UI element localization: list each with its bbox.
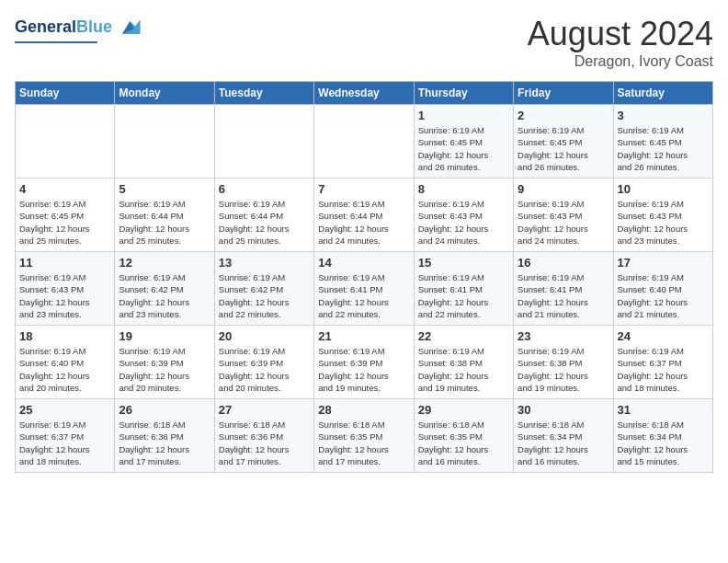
day-info-text: Sunrise: 6:19 AM Sunset: 6:37 PM Dayligh… xyxy=(19,419,110,467)
day-header-saturday: Saturday xyxy=(613,82,712,105)
day-cell: 20Sunrise: 6:19 AM Sunset: 6:39 PM Dayli… xyxy=(214,326,313,399)
day-number: 19 xyxy=(119,329,210,343)
day-info-text: Sunrise: 6:19 AM Sunset: 6:42 PM Dayligh… xyxy=(119,271,210,320)
day-cell: 27Sunrise: 6:18 AM Sunset: 6:36 PM Dayli… xyxy=(214,399,313,473)
day-header-wednesday: Wednesday xyxy=(314,82,414,105)
day-cell: 29Sunrise: 6:18 AM Sunset: 6:35 PM Dayli… xyxy=(414,399,513,473)
month-year-title: August 2024 xyxy=(528,15,713,53)
day-cell: 10Sunrise: 6:19 AM Sunset: 6:43 PM Dayli… xyxy=(613,178,712,252)
day-cell: 19Sunrise: 6:19 AM Sunset: 6:39 PM Dayli… xyxy=(115,326,214,399)
day-number: 3 xyxy=(618,109,709,122)
day-info-text: Sunrise: 6:19 AM Sunset: 6:38 PM Dayligh… xyxy=(418,345,509,394)
day-number: 13 xyxy=(219,256,310,270)
day-number: 12 xyxy=(119,256,210,270)
day-number: 26 xyxy=(119,403,210,417)
day-number: 29 xyxy=(418,403,509,417)
day-info-text: Sunrise: 6:18 AM Sunset: 6:35 PM Dayligh… xyxy=(318,419,409,467)
day-cell: 22Sunrise: 6:19 AM Sunset: 6:38 PM Dayli… xyxy=(414,326,513,399)
day-number: 6 xyxy=(219,182,310,196)
day-number: 4 xyxy=(19,182,110,196)
day-number: 5 xyxy=(119,182,210,196)
day-number: 9 xyxy=(518,182,609,196)
day-cell: 7Sunrise: 6:19 AM Sunset: 6:44 PM Daylig… xyxy=(314,178,414,252)
day-number: 16 xyxy=(518,256,609,270)
day-cell xyxy=(314,105,414,178)
day-number: 20 xyxy=(219,329,310,343)
day-cell: 30Sunrise: 6:18 AM Sunset: 6:34 PM Dayli… xyxy=(514,399,613,473)
day-cell: 13Sunrise: 6:19 AM Sunset: 6:42 PM Dayli… xyxy=(214,252,313,326)
day-info-text: Sunrise: 6:19 AM Sunset: 6:39 PM Dayligh… xyxy=(219,345,310,394)
week-row-4: 18Sunrise: 6:19 AM Sunset: 6:40 PM Dayli… xyxy=(16,326,713,399)
week-row-3: 11Sunrise: 6:19 AM Sunset: 6:43 PM Dayli… xyxy=(16,252,713,326)
day-info-text: Sunrise: 6:19 AM Sunset: 6:45 PM Dayligh… xyxy=(618,124,709,173)
day-info-text: Sunrise: 6:19 AM Sunset: 6:41 PM Dayligh… xyxy=(318,271,409,320)
day-number: 27 xyxy=(219,403,310,417)
day-number: 8 xyxy=(418,182,509,196)
logo: GeneralBlue xyxy=(15,15,142,43)
day-cell: 21Sunrise: 6:19 AM Sunset: 6:39 PM Dayli… xyxy=(314,326,414,399)
logo-bird-icon xyxy=(116,15,142,40)
title-area: August 2024 Deragon, Ivory Coast xyxy=(528,15,713,70)
day-info-text: Sunrise: 6:19 AM Sunset: 6:37 PM Dayligh… xyxy=(618,345,709,394)
day-info-text: Sunrise: 6:19 AM Sunset: 6:43 PM Dayligh… xyxy=(19,271,110,320)
day-number: 25 xyxy=(19,403,110,417)
day-cell: 18Sunrise: 6:19 AM Sunset: 6:40 PM Dayli… xyxy=(16,326,115,399)
day-cell: 23Sunrise: 6:19 AM Sunset: 6:38 PM Dayli… xyxy=(514,326,613,399)
day-info-text: Sunrise: 6:19 AM Sunset: 6:39 PM Dayligh… xyxy=(119,345,210,394)
day-info-text: Sunrise: 6:19 AM Sunset: 6:42 PM Dayligh… xyxy=(219,271,310,320)
day-cell: 31Sunrise: 6:18 AM Sunset: 6:34 PM Dayli… xyxy=(613,399,712,473)
day-header-friday: Friday xyxy=(514,82,613,105)
day-info-text: Sunrise: 6:19 AM Sunset: 6:41 PM Dayligh… xyxy=(418,271,509,320)
day-info-text: Sunrise: 6:18 AM Sunset: 6:36 PM Dayligh… xyxy=(119,419,210,467)
day-info-text: Sunrise: 6:19 AM Sunset: 6:41 PM Dayligh… xyxy=(518,271,609,320)
day-info-text: Sunrise: 6:18 AM Sunset: 6:34 PM Dayligh… xyxy=(618,419,709,467)
day-cell: 6Sunrise: 6:19 AM Sunset: 6:44 PM Daylig… xyxy=(214,178,313,252)
day-info-text: Sunrise: 6:19 AM Sunset: 6:40 PM Dayligh… xyxy=(19,345,110,394)
day-info-text: Sunrise: 6:19 AM Sunset: 6:43 PM Dayligh… xyxy=(518,198,609,247)
day-cell xyxy=(115,105,214,178)
day-header-tuesday: Tuesday xyxy=(214,82,313,105)
day-cell: 17Sunrise: 6:19 AM Sunset: 6:40 PM Dayli… xyxy=(613,252,712,326)
day-info-text: Sunrise: 6:18 AM Sunset: 6:36 PM Dayligh… xyxy=(219,419,310,467)
day-info-text: Sunrise: 6:19 AM Sunset: 6:43 PM Dayligh… xyxy=(418,198,509,247)
day-cell: 25Sunrise: 6:19 AM Sunset: 6:37 PM Dayli… xyxy=(16,399,115,473)
day-cell xyxy=(214,105,313,178)
day-info-text: Sunrise: 6:19 AM Sunset: 6:40 PM Dayligh… xyxy=(618,271,709,320)
day-cell: 8Sunrise: 6:19 AM Sunset: 6:43 PM Daylig… xyxy=(414,178,513,252)
day-info-text: Sunrise: 6:18 AM Sunset: 6:35 PM Dayligh… xyxy=(418,419,509,467)
day-cell: 26Sunrise: 6:18 AM Sunset: 6:36 PM Dayli… xyxy=(115,399,214,473)
day-cell: 2Sunrise: 6:19 AM Sunset: 6:45 PM Daylig… xyxy=(514,105,613,178)
day-number: 24 xyxy=(618,329,709,343)
day-header-sunday: Sunday xyxy=(16,82,115,105)
logo-text: GeneralBlue xyxy=(15,18,112,37)
day-info-text: Sunrise: 6:19 AM Sunset: 6:44 PM Dayligh… xyxy=(219,198,310,247)
day-cell: 14Sunrise: 6:19 AM Sunset: 6:41 PM Dayli… xyxy=(314,252,414,326)
day-header-monday: Monday xyxy=(115,82,214,105)
day-cell xyxy=(16,105,115,178)
day-number: 23 xyxy=(518,329,609,343)
day-info-text: Sunrise: 6:19 AM Sunset: 6:45 PM Dayligh… xyxy=(518,124,609,173)
day-number: 1 xyxy=(418,109,509,122)
day-number: 10 xyxy=(618,182,709,196)
calendar-table: SundayMondayTuesdayWednesdayThursdayFrid… xyxy=(15,81,713,473)
day-number: 2 xyxy=(518,109,609,122)
day-number: 11 xyxy=(19,256,110,270)
day-cell: 3Sunrise: 6:19 AM Sunset: 6:45 PM Daylig… xyxy=(613,105,712,178)
day-number: 28 xyxy=(318,403,409,417)
day-info-text: Sunrise: 6:19 AM Sunset: 6:44 PM Dayligh… xyxy=(119,198,210,247)
day-number: 31 xyxy=(618,403,709,417)
day-cell: 11Sunrise: 6:19 AM Sunset: 6:43 PM Dayli… xyxy=(16,252,115,326)
day-info-text: Sunrise: 6:18 AM Sunset: 6:34 PM Dayligh… xyxy=(518,419,609,467)
day-number: 22 xyxy=(418,329,509,343)
day-number: 21 xyxy=(318,329,409,343)
day-info-text: Sunrise: 6:19 AM Sunset: 6:43 PM Dayligh… xyxy=(618,198,709,247)
week-row-1: 1Sunrise: 6:19 AM Sunset: 6:45 PM Daylig… xyxy=(16,105,713,178)
day-info-text: Sunrise: 6:19 AM Sunset: 6:38 PM Dayligh… xyxy=(518,345,609,394)
day-number: 14 xyxy=(318,256,409,270)
day-number: 30 xyxy=(518,403,609,417)
day-info-text: Sunrise: 6:19 AM Sunset: 6:45 PM Dayligh… xyxy=(418,124,509,173)
day-cell: 4Sunrise: 6:19 AM Sunset: 6:45 PM Daylig… xyxy=(16,178,115,252)
day-header-thursday: Thursday xyxy=(414,82,513,105)
day-number: 15 xyxy=(418,256,509,270)
day-info-text: Sunrise: 6:19 AM Sunset: 6:45 PM Dayligh… xyxy=(19,198,110,247)
